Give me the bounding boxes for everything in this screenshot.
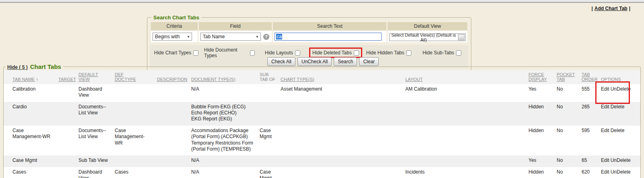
column-label[interactable]: DOCUMENT TYPE(S) [191,77,235,82]
column-header-document-types[interactable]: DOCUMENT TYPE(S) [189,70,257,84]
hide-document-types-checkbox[interactable] [250,50,255,56]
column-label[interactable]: POCKET TAB [557,72,575,82]
cell-pocket_tab: No [554,102,579,126]
search-text-input[interactable]: ca [275,33,382,41]
column-label[interactable]: TAB NAME [12,77,35,82]
hide-deleted-tabs-checkbox[interactable] [354,50,359,56]
cell-options: EditDelete [599,102,640,126]
default-view-picker-value: Select Default View(s) (Default is All) [391,33,456,42]
checkbox-item-hide-hidden-tabs[interactable]: Hide Hidden Tabs [365,50,413,56]
table-row-cardio: CardioDocuments-- List ViewBubble Form-E… [4,102,640,126]
checkbox-row: Hide Chart TypesHide Document TypesHide … [150,47,469,56]
hide-sub-tabs-checkbox[interactable] [456,50,461,56]
edit-link[interactable]: Edit [601,86,609,92]
cell-document_types: Bubble Form-EKG (ECG) Echo Report (ECHO)… [189,102,257,126]
cell-tab_order: 555 [579,84,599,102]
column-header-description[interactable]: DESCRIPTION [155,70,189,84]
undelete-link[interactable]: UnDelete [611,86,631,92]
column-header-target[interactable]: TARGET [56,70,76,84]
default-view-column-header: Default View [388,22,467,30]
cell-chart_types [278,167,403,178]
cell-document_types: Accommodations Package (Portal Form) (AC… [189,126,257,155]
cell-default_view: Dashboard View [76,84,112,102]
cell-chart_types [278,155,403,167]
ellipsis-button[interactable]: ... [458,34,464,40]
checkbox-item-hide-deleted-tabs[interactable]: Hide Deleted Tabs [311,50,360,56]
sort-ascending-icon: ↑ [36,77,38,82]
edit-link[interactable]: Edit [601,104,609,110]
cell-tab_order: 595 [579,126,599,155]
cell-pocket_tab: No [554,84,579,102]
undelete-link[interactable]: UnDelete [611,169,631,175]
cell-layout: Incidents [403,167,526,178]
column-label: SUB TAB OF [260,72,275,82]
cell-options: EditUnDelete [599,84,640,102]
column-header-default-view[interactable]: DEFAULT VIEW [76,70,112,84]
cell-layout [403,126,526,155]
search-text-column-header: Search Text [273,22,386,30]
cell-sub_tab_of [257,84,278,102]
column-label[interactable]: CHART TYPE(S) [281,77,314,82]
checkbox-item-hide-chart-types[interactable]: Hide Chart Types [153,50,200,56]
column-label[interactable]: TAB ORDER [582,72,598,82]
cell-default_view: Sub Tab View [76,155,112,167]
column-header-def-doctype[interactable]: DEF DOCTYPE [112,70,155,84]
cell-def_doctype [112,84,155,102]
search-panel-title: Search Chart Tabs [151,14,201,21]
delete-link[interactable]: Delete [611,128,625,133]
field-select[interactable]: Tab Name ▼ [200,33,261,41]
column-label[interactable]: DEF DOCTYPE [115,72,136,82]
column-label[interactable]: LAYOUT [405,77,423,82]
criteria-select[interactable]: Begins with ▼ [153,33,192,41]
cell-description [155,84,189,102]
column-header-tab-name[interactable]: TAB NAME↑ [4,70,56,84]
default-view-picker[interactable]: Select Default View(s) (Default is All) … [389,33,466,41]
cell-options: EditUnDelete [599,155,640,167]
delete-link[interactable]: Delete [611,104,625,110]
column-header-layout[interactable]: LAYOUT [403,70,526,84]
cell-force_display: Yes [526,155,554,167]
cell-target [56,155,76,167]
hide-results-link[interactable]: Hide ( 5 ) [7,64,28,70]
column-label[interactable]: DEFAULT VIEW [78,72,98,82]
checkbox-item-hide-layouts[interactable]: Hide Layouts [264,50,301,56]
table-header-row: TAB NAME↑TARGETDEFAULT VIEWDEF DOCTYPEDE… [4,70,640,84]
help-icon[interactable]: ? [263,34,269,40]
column-label[interactable]: DESCRIPTION [157,77,187,82]
undelete-link[interactable]: UnDelete [611,157,631,163]
table-row-calibration: CalibrationDashboard ViewN/AAsset Manage… [4,84,640,102]
cell-layout [403,102,526,126]
search-chart-tabs-panel: Search Chart Tabs Criteria Field Search … [147,14,471,71]
column-header-pocket-tab[interactable]: POCKET TAB [554,70,579,84]
checkbox-label: Hide Deleted Tabs [312,50,352,56]
column-label[interactable]: TARGET [58,77,76,82]
chevron-down-icon: ▼ [187,35,190,39]
cell-options: EditUnDelete [599,167,640,178]
cell-chart_types [278,102,403,126]
cell-tab_name: Case Mgmt [4,155,56,167]
cell-description [155,102,189,126]
column-header-tab-order[interactable]: TAB ORDER [579,70,599,84]
column-label[interactable]: FORCE DISPLAY [528,72,547,82]
cell-tab_order: 65 [579,155,599,167]
checkbox-item-hide-document-types[interactable]: Hide Document Types [203,47,256,59]
table-row-case-mgmt: Case MgmtSub Tab ViewN/AYesNo65EditUnDel… [4,155,640,167]
hide-layouts-checkbox[interactable] [295,50,300,56]
hide-chart-types-checkbox[interactable] [193,50,198,56]
checkbox-item-hide-sub-tabs[interactable]: Hide Sub-Tabs [421,50,463,56]
cell-tab_name: Cases [4,167,56,178]
hide-hidden-tabs-checkbox[interactable] [406,50,411,56]
column-header-force-display[interactable]: FORCE DISPLAY [526,70,554,84]
edit-link[interactable]: Edit [601,157,609,163]
cell-description [155,126,189,155]
cell-force_display: Yes [526,84,554,102]
cell-target [56,167,76,178]
column-header-chart-types[interactable]: CHART TYPE(S) [278,70,403,84]
add-chart-tab-link[interactable]: Add Chart Tab [594,6,627,11]
edit-link[interactable]: Edit [601,169,609,175]
field-select-value: Tab Name [203,34,225,39]
edit-link[interactable]: Edit [601,128,609,133]
separator: | [629,6,630,11]
cell-sub_tab_of: Case Mgmt [257,126,278,155]
column-header-options: OPTIONS [599,70,640,84]
